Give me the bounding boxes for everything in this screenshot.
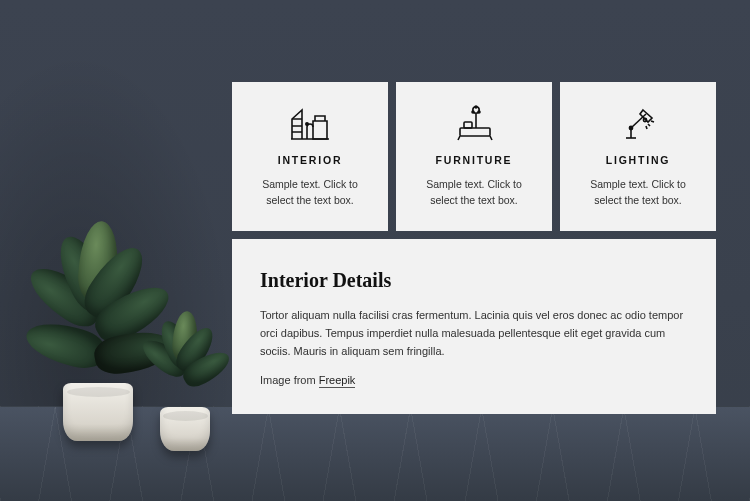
card-text: Sample text. Click to select the text bo… bbox=[412, 176, 536, 209]
plant-small bbox=[140, 311, 230, 451]
svg-rect-2 bbox=[464, 122, 472, 128]
interior-icon bbox=[248, 102, 372, 144]
card-furniture[interactable]: FURNITURE Sample text. Click to select t… bbox=[396, 82, 552, 231]
furniture-icon bbox=[412, 102, 536, 144]
card-title: FURNITURE bbox=[412, 154, 536, 166]
card-lighting[interactable]: LIGHTING Sample text. Click to select th… bbox=[560, 82, 716, 231]
feature-cards-row: INTERIOR Sample text. Click to select th… bbox=[232, 82, 716, 231]
content-panel: INTERIOR Sample text. Click to select th… bbox=[232, 82, 716, 414]
svg-point-0 bbox=[306, 123, 308, 125]
svg-point-7 bbox=[629, 126, 632, 129]
card-title: INTERIOR bbox=[248, 154, 372, 166]
lighting-icon bbox=[576, 102, 700, 144]
svg-point-6 bbox=[475, 106, 477, 108]
card-text: Sample text. Click to select the text bo… bbox=[248, 176, 372, 209]
svg-point-5 bbox=[478, 111, 480, 113]
card-title: LIGHTING bbox=[576, 154, 700, 166]
details-body: Tortor aliquam nulla facilisi cras ferme… bbox=[260, 306, 688, 360]
svg-point-4 bbox=[472, 111, 474, 113]
credit-link[interactable]: Freepik bbox=[319, 374, 356, 388]
image-credit: Image from Freepik bbox=[260, 374, 688, 386]
card-text: Sample text. Click to select the text bo… bbox=[576, 176, 700, 209]
svg-rect-1 bbox=[460, 128, 490, 136]
details-panel: Interior Details Tortor aliquam nulla fa… bbox=[232, 239, 716, 414]
card-interior[interactable]: INTERIOR Sample text. Click to select th… bbox=[232, 82, 388, 231]
credit-prefix: Image from bbox=[260, 374, 319, 386]
details-heading: Interior Details bbox=[260, 269, 688, 292]
